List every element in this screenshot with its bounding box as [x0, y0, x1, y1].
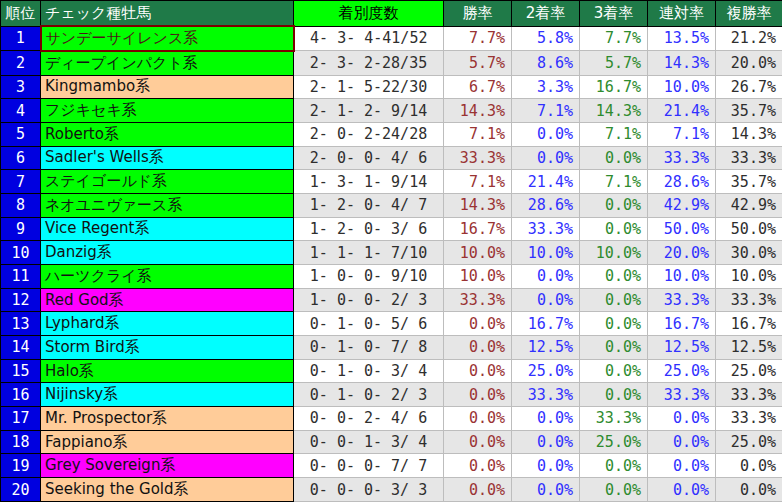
- third-rate-cell[interactable]: 0.0%: [580, 359, 648, 383]
- show-rate-cell[interactable]: 35.7%: [716, 99, 782, 123]
- record-cell[interactable]: 2- 1- 5-22/30: [294, 75, 444, 99]
- quinella-rate-cell[interactable]: 33.3%: [648, 288, 716, 312]
- show-rate-cell[interactable]: 0.0%: [716, 478, 782, 502]
- win-rate-cell[interactable]: 0.0%: [444, 383, 512, 407]
- sire-name-cell[interactable]: Lyphard系: [41, 312, 294, 336]
- rank-cell[interactable]: 8: [1, 193, 41, 217]
- sire-name-cell[interactable]: ディープインパクト系: [41, 51, 294, 75]
- second-rate-cell[interactable]: 7.1%: [512, 99, 580, 123]
- third-rate-cell[interactable]: 16.7%: [580, 75, 648, 99]
- sire-name-cell[interactable]: Kingmambo系: [41, 75, 294, 99]
- second-rate-cell[interactable]: 0.0%: [512, 122, 580, 146]
- win-rate-cell[interactable]: 7.1%: [444, 170, 512, 194]
- rank-cell[interactable]: 14: [1, 336, 41, 360]
- quinella-rate-cell[interactable]: 12.5%: [648, 336, 716, 360]
- rank-cell[interactable]: 3: [1, 75, 41, 99]
- sire-name-cell[interactable]: Halo系: [41, 359, 294, 383]
- third-rate-cell[interactable]: 0.0%: [580, 478, 648, 502]
- rank-cell[interactable]: 11: [1, 265, 41, 289]
- show-rate-cell[interactable]: 33.3%: [716, 288, 782, 312]
- win-rate-cell[interactable]: 7.7%: [444, 26, 512, 51]
- second-rate-cell[interactable]: 0.0%: [512, 478, 580, 502]
- third-rate-cell[interactable]: 0.0%: [580, 193, 648, 217]
- record-cell[interactable]: 1- 0- 0- 9/10: [294, 265, 444, 289]
- record-cell[interactable]: 2- 1- 2- 9/14: [294, 99, 444, 123]
- third-rate-cell[interactable]: 25.0%: [580, 430, 648, 454]
- win-rate-cell[interactable]: 14.3%: [444, 99, 512, 123]
- sire-name-cell[interactable]: Mr. Prospector系: [41, 407, 294, 431]
- sire-name-cell[interactable]: Fappiano系: [41, 430, 294, 454]
- rank-cell[interactable]: 18: [1, 430, 41, 454]
- record-cell[interactable]: 0- 1- 0- 7/ 8: [294, 336, 444, 360]
- show-rate-cell[interactable]: 33.3%: [716, 146, 782, 170]
- second-rate-cell[interactable]: 10.0%: [512, 241, 580, 265]
- third-rate-cell[interactable]: 7.1%: [580, 170, 648, 194]
- quinella-rate-cell[interactable]: 0.0%: [648, 454, 716, 478]
- show-rate-cell[interactable]: 42.9%: [716, 193, 782, 217]
- rank-cell[interactable]: 9: [1, 217, 41, 241]
- second-rate-cell[interactable]: 33.3%: [512, 217, 580, 241]
- rank-cell[interactable]: 13: [1, 312, 41, 336]
- quinella-rate-cell[interactable]: 0.0%: [648, 407, 716, 431]
- quinella-rate-cell[interactable]: 0.0%: [648, 430, 716, 454]
- sire-name-cell[interactable]: Red God系: [41, 288, 294, 312]
- third-rate-cell[interactable]: 0.0%: [580, 265, 648, 289]
- third-rate-cell[interactable]: 14.3%: [580, 99, 648, 123]
- third-rate-cell[interactable]: 33.3%: [580, 407, 648, 431]
- third-rate-cell[interactable]: 7.7%: [580, 26, 648, 51]
- show-rate-cell[interactable]: 14.3%: [716, 122, 782, 146]
- third-rate-cell[interactable]: 0.0%: [580, 312, 648, 336]
- record-cell[interactable]: 0- 1- 0- 2/ 3: [294, 383, 444, 407]
- show-rate-cell[interactable]: 12.5%: [716, 336, 782, 360]
- second-rate-cell[interactable]: 12.5%: [512, 336, 580, 360]
- quinella-rate-cell[interactable]: 42.9%: [648, 193, 716, 217]
- win-rate-cell[interactable]: 33.3%: [444, 288, 512, 312]
- rank-cell[interactable]: 7: [1, 170, 41, 194]
- rank-cell[interactable]: 10: [1, 241, 41, 265]
- rank-cell[interactable]: 1: [1, 26, 41, 51]
- win-rate-cell[interactable]: 0.0%: [444, 336, 512, 360]
- quinella-rate-cell[interactable]: 50.0%: [648, 217, 716, 241]
- show-rate-cell[interactable]: 10.0%: [716, 265, 782, 289]
- third-rate-cell[interactable]: 5.7%: [580, 51, 648, 75]
- quinella-rate-cell[interactable]: 10.0%: [648, 75, 716, 99]
- record-cell[interactable]: 0- 0- 0- 3/ 3: [294, 478, 444, 502]
- win-rate-cell[interactable]: 16.7%: [444, 217, 512, 241]
- record-cell[interactable]: 4- 3- 4-41/52: [294, 26, 444, 51]
- win-rate-cell[interactable]: 10.0%: [444, 241, 512, 265]
- sire-name-cell[interactable]: Grey Sovereign系: [41, 454, 294, 478]
- record-cell[interactable]: 0- 1- 0- 5/ 6: [294, 312, 444, 336]
- record-cell[interactable]: 1- 2- 0- 3/ 6: [294, 217, 444, 241]
- win-rate-cell[interactable]: 14.3%: [444, 193, 512, 217]
- record-cell[interactable]: 0- 1- 0- 3/ 4: [294, 359, 444, 383]
- record-cell[interactable]: 0- 0- 0- 7/ 7: [294, 454, 444, 478]
- rank-cell[interactable]: 15: [1, 359, 41, 383]
- third-rate-cell[interactable]: 0.0%: [580, 146, 648, 170]
- sire-name-cell[interactable]: Seeking the Gold系: [41, 478, 294, 502]
- third-rate-cell[interactable]: 10.0%: [580, 241, 648, 265]
- quinella-rate-cell[interactable]: 13.5%: [648, 26, 716, 51]
- second-rate-cell[interactable]: 16.7%: [512, 312, 580, 336]
- win-rate-cell[interactable]: 5.7%: [444, 51, 512, 75]
- record-cell[interactable]: 1- 1- 1- 7/10: [294, 241, 444, 265]
- rank-cell[interactable]: 4: [1, 99, 41, 123]
- record-cell[interactable]: 2- 0- 2-24/28: [294, 122, 444, 146]
- record-cell[interactable]: 0- 0- 2- 4/ 6: [294, 407, 444, 431]
- quinella-rate-cell[interactable]: 0.0%: [648, 478, 716, 502]
- sire-name-cell[interactable]: Nijinsky系: [41, 383, 294, 407]
- show-rate-cell[interactable]: 33.3%: [716, 407, 782, 431]
- second-rate-cell[interactable]: 5.8%: [512, 26, 580, 51]
- second-rate-cell[interactable]: 28.6%: [512, 193, 580, 217]
- header-quinella-rate[interactable]: 連対率: [648, 1, 716, 27]
- show-rate-cell[interactable]: 30.0%: [716, 241, 782, 265]
- record-cell[interactable]: 1- 3- 1- 9/14: [294, 170, 444, 194]
- quinella-rate-cell[interactable]: 25.0%: [648, 359, 716, 383]
- quinella-rate-cell[interactable]: 10.0%: [648, 265, 716, 289]
- quinella-rate-cell[interactable]: 33.3%: [648, 383, 716, 407]
- sire-name-cell[interactable]: Roberto系: [41, 122, 294, 146]
- win-rate-cell[interactable]: 0.0%: [444, 430, 512, 454]
- show-rate-cell[interactable]: 0.0%: [716, 454, 782, 478]
- sire-name-cell[interactable]: ネオユニヴァース系: [41, 193, 294, 217]
- second-rate-cell[interactable]: 0.0%: [512, 430, 580, 454]
- third-rate-cell[interactable]: 7.1%: [580, 122, 648, 146]
